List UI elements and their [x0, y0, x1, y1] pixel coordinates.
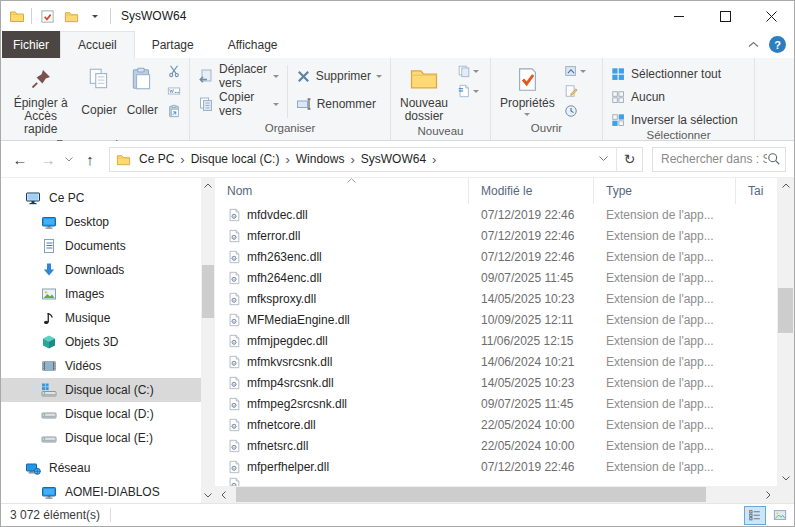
breadcrumb-chevron-icon[interactable]: › — [348, 152, 356, 167]
back-icon[interactable]: ← — [7, 146, 33, 172]
up-icon[interactable]: ↑ — [77, 146, 103, 172]
open-button[interactable] — [562, 62, 588, 80]
file-row-partial[interactable] — [215, 477, 777, 486]
file-row[interactable]: mfdvdec.dll07/12/2019 22:46Extension de … — [215, 204, 777, 225]
file-type: Extension de l'app... — [594, 355, 736, 369]
file-row[interactable]: mfmkvsrcsnk.dll14/06/2024 10:21Extension… — [215, 351, 777, 372]
column-header-modified[interactable]: Modifié le — [469, 178, 594, 204]
search-box[interactable] — [652, 147, 786, 172]
tab-fichier[interactable]: Fichier — [2, 31, 60, 58]
sidebar-item-musique[interactable]: Musique — [1, 306, 201, 330]
tab-accueil[interactable]: Accueil — [60, 31, 135, 58]
sidebar-item-objets-3d[interactable]: Objets 3D — [1, 330, 201, 354]
scrollbar-thumb[interactable] — [236, 487, 706, 502]
details-view-button[interactable] — [744, 506, 766, 525]
address-dropdown-caret-icon[interactable] — [591, 156, 616, 162]
history-button[interactable] — [562, 102, 588, 120]
breadcrumb-item[interactable]: Disque local (C:) — [187, 152, 284, 166]
search-input[interactable] — [661, 152, 767, 166]
cut-button[interactable] — [165, 62, 183, 80]
group-select: Sélectionner tout Aucun Inverser la séle… — [603, 58, 755, 140]
help-icon[interactable]: ? — [769, 36, 786, 53]
breadcrumb-chevron-icon[interactable]: › — [178, 152, 186, 167]
file-row[interactable]: mfnetcore.dll22/05/2024 10:00Extension d… — [215, 414, 777, 435]
breadcrumb-chevron-icon[interactable]: › — [283, 152, 291, 167]
dll-file-icon — [227, 397, 241, 411]
ribbon-tabs: Fichier Accueil Partage Affichage ? — [1, 31, 794, 58]
file-row[interactable]: MFMediaEngine.dll10/09/2025 12:11Extensi… — [215, 309, 777, 330]
sidebar-item-images[interactable]: Images — [1, 282, 201, 306]
edit-button[interactable] — [562, 82, 588, 100]
copy-button[interactable]: Copier — [76, 61, 121, 125]
file-row[interactable]: mfh264enc.dll09/07/2025 11:45Extension d… — [215, 267, 777, 288]
scroll-down-icon[interactable] — [777, 471, 794, 486]
tab-partage[interactable]: Partage — [135, 31, 211, 58]
sidebar-item-desktop[interactable]: Desktop — [1, 210, 201, 234]
sidebar-item-disque-local-e[interactable]: Disque local (E:) — [1, 426, 201, 450]
scroll-down-icon[interactable] — [201, 488, 215, 503]
search-icon[interactable] — [767, 152, 781, 166]
scroll-right-icon[interactable] — [760, 486, 777, 503]
refresh-icon[interactable]: ↻ — [616, 147, 642, 172]
rename-button[interactable]: Renommer — [292, 93, 386, 115]
pin-to-quick-access-button[interactable]: Épingler àAccès rapide — [5, 61, 76, 138]
sidebar-item-vid-os[interactable]: Vidéos — [1, 354, 201, 378]
maximize-button[interactable] — [702, 1, 748, 31]
copy-to-button[interactable]: Copier vers — [194, 93, 283, 115]
select-all-button[interactable]: Sélectionner tout — [607, 64, 742, 83]
breadcrumb-item[interactable]: SysWOW64 — [357, 152, 430, 166]
paste-button[interactable]: Coller — [122, 61, 163, 125]
properties-button[interactable]: Propriétés — [495, 61, 560, 121]
scroll-up-icon[interactable] — [777, 178, 794, 193]
recent-locations-caret-icon[interactable] — [63, 146, 75, 172]
breadcrumb-item[interactable]: Windows — [292, 152, 349, 166]
delete-button[interactable]: Supprimer — [292, 65, 386, 87]
sidebar-item-ce-pc[interactable]: Ce PC — [1, 186, 201, 210]
properties-icon — [514, 63, 541, 95]
close-button[interactable] — [748, 1, 794, 31]
collapse-ribbon-icon[interactable] — [748, 41, 759, 48]
breadcrumb-chevron-icon[interactable]: › — [430, 152, 438, 167]
scrollbar-thumb[interactable] — [202, 265, 214, 318]
qat-new-folder-icon[interactable] — [62, 6, 80, 26]
easy-access-button[interactable] — [455, 62, 481, 80]
invert-selection-button[interactable]: Inverser la sélection — [607, 110, 742, 129]
new-item-button[interactable] — [455, 82, 481, 100]
address-bar[interactable]: Ce PC›Disque local (C:)›Windows›SysWOW64… — [109, 147, 643, 172]
sidebar-item-documents[interactable]: Documents — [1, 234, 201, 258]
file-row[interactable]: mferror.dll07/12/2019 22:46Extension de … — [215, 225, 777, 246]
copy-path-button[interactable] — [165, 82, 183, 100]
select-none-button[interactable]: Aucun — [607, 87, 742, 106]
sidebar-item-label: Disque local (D:) — [65, 407, 154, 421]
file-row[interactable]: mfmjpegdec.dll11/06/2025 12:15Extension … — [215, 330, 777, 351]
sidebar-scrollbar[interactable] — [201, 178, 215, 503]
file-row[interactable]: mfmpeg2srcsnk.dll09/07/2025 11:45Extensi… — [215, 393, 777, 414]
sidebar-item-aomei-diablos[interactable]: AOMEI-DIABLOS — [1, 480, 201, 503]
thumbnails-view-button[interactable] — [769, 506, 791, 525]
move-to-button[interactable]: Déplacer vers — [194, 65, 283, 87]
minimize-button[interactable] — [656, 1, 702, 31]
file-row[interactable]: mfksproxy.dll14/05/2025 10:23Extension d… — [215, 288, 777, 309]
files-horizontal-scrollbar[interactable] — [215, 486, 777, 503]
sidebar-item-disque-local-d[interactable]: Disque local (D:) — [1, 402, 201, 426]
paste-shortcut-button[interactable] — [165, 102, 183, 120]
sidebar-item-downloads[interactable]: Downloads — [1, 258, 201, 282]
column-header-name[interactable]: Nom — [215, 178, 469, 204]
qat-properties-icon[interactable] — [38, 6, 56, 26]
scroll-left-icon[interactable] — [215, 486, 232, 503]
tab-affichage[interactable]: Affichage — [211, 31, 295, 58]
scroll-up-icon[interactable] — [201, 178, 215, 193]
column-header-size[interactable]: Tai — [736, 178, 777, 204]
new-folder-button[interactable]: Nouveaudossier — [395, 61, 453, 125]
file-row[interactable]: mfh263enc.dll07/12/2019 22:46Extension d… — [215, 246, 777, 267]
sidebar-item-r-seau[interactable]: Réseau — [1, 456, 201, 480]
sidebar-item-disque-local-c[interactable]: Disque local (C:) — [1, 378, 201, 402]
files-vertical-scrollbar[interactable] — [777, 178, 794, 486]
file-row[interactable]: mfperfhelper.dll07/12/2019 22:46Extensio… — [215, 456, 777, 477]
scrollbar-thumb[interactable] — [778, 288, 793, 333]
breadcrumb-item[interactable]: Ce PC — [135, 152, 178, 166]
column-header-type[interactable]: Type — [594, 178, 736, 204]
file-row[interactable]: mfnetsrc.dll22/05/2024 10:00Extension de… — [215, 435, 777, 456]
qat-customize-caret-icon[interactable] — [86, 6, 104, 26]
file-row[interactable]: mfmp4srcsnk.dll14/05/2025 10:23Extension… — [215, 372, 777, 393]
